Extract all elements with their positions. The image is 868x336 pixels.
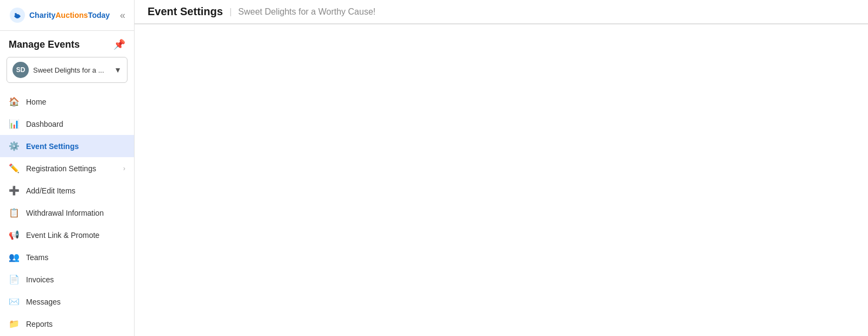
event-name-label: Sweet Delights for a ... <box>33 66 114 74</box>
sidebar-label-registration-settings: Registration Settings <box>26 164 117 173</box>
collapse-sidebar-icon[interactable]: « <box>120 10 125 21</box>
main-content: Event Settings | Sweet Delights for a Wo… <box>135 0 868 336</box>
settings-content <box>135 24 868 336</box>
reports-icon: 📁 <box>9 319 20 329</box>
dashboard-icon: 📊 <box>9 119 20 129</box>
invoices-icon: 📄 <box>9 274 20 285</box>
sidebar-item-event-link-promote[interactable]: 📢 Event Link & Promote <box>0 224 134 246</box>
sidebar-header: CharityAuctionsToday « <box>0 0 134 31</box>
sidebar-item-withdrawal-information[interactable]: 📋 Withdrawal Information <box>0 202 134 224</box>
event-link-promote-icon: 📢 <box>9 230 20 240</box>
sidebar-label-event-settings: Event Settings <box>26 142 125 151</box>
nav-list: 🏠 Home 📊 Dashboard ⚙️ Event Settings ✏️ … <box>0 88 134 336</box>
sidebar-item-add-edit-items[interactable]: ➕ Add/Edit Items <box>0 179 134 202</box>
registration-settings-icon: ✏️ <box>9 163 20 173</box>
sidebar-label-add-edit-items: Add/Edit Items <box>26 186 125 195</box>
logo-text: CharityAuctionsToday <box>29 10 110 20</box>
sidebar: CharityAuctionsToday « Manage Events 📌 S… <box>0 0 135 336</box>
sidebar-item-messages[interactable]: ✉️ Messages <box>0 290 134 313</box>
sidebar-label-withdrawal-information: Withdrawal Information <box>26 209 125 217</box>
event-avatar: SD <box>12 62 29 78</box>
logo: CharityAuctionsToday <box>9 7 110 24</box>
sidebar-item-home[interactable]: 🏠 Home <box>0 91 134 113</box>
manage-events-title: Manage Events <box>9 39 80 50</box>
sidebar-label-event-link-promote: Event Link & Promote <box>26 231 125 240</box>
sidebar-label-teams: Teams <box>26 253 125 262</box>
withdrawal-information-icon: 📋 <box>9 208 20 218</box>
topbar: Event Settings | Sweet Delights for a Wo… <box>135 0 868 24</box>
svg-point-1 <box>15 13 17 15</box>
sidebar-label-invoices: Invoices <box>26 275 125 284</box>
sidebar-label-reports: Reports <box>26 320 125 328</box>
messages-icon: ✉️ <box>9 296 20 307</box>
sidebar-item-teams[interactable]: 👥 Teams <box>0 246 134 268</box>
teams-icon: 👥 <box>9 252 20 262</box>
logo-icon <box>9 7 26 24</box>
home-icon: 🏠 <box>9 96 20 107</box>
event-settings-icon: ⚙️ <box>9 141 20 151</box>
event-selector[interactable]: SD Sweet Delights for a ... ▼ <box>7 57 127 83</box>
sidebar-item-invoices[interactable]: 📄 Invoices <box>0 268 134 290</box>
sidebar-item-registration-settings[interactable]: ✏️ Registration Settings › <box>0 157 134 179</box>
breadcrumb-separator: | <box>229 7 232 17</box>
manage-events-header: Manage Events 📌 <box>0 31 134 55</box>
sidebar-item-dashboard[interactable]: 📊 Dashboard <box>0 113 134 135</box>
sidebar-label-dashboard: Dashboard <box>26 120 125 128</box>
breadcrumb-event: Sweet Delights for a Worthy Cause! <box>238 7 375 17</box>
sidebar-label-messages: Messages <box>26 298 125 306</box>
chevron-right-icon: › <box>123 165 125 172</box>
sidebar-item-reports[interactable]: 📁 Reports <box>0 313 134 335</box>
event-dropdown-arrow-icon: ▼ <box>114 66 122 74</box>
add-edit-items-icon: ➕ <box>9 185 20 196</box>
sidebar-label-home: Home <box>26 98 125 106</box>
page-title: Event Settings <box>148 5 223 18</box>
pin-icon: 📌 <box>113 38 125 50</box>
sidebar-item-event-settings[interactable]: ⚙️ Event Settings <box>0 135 134 157</box>
